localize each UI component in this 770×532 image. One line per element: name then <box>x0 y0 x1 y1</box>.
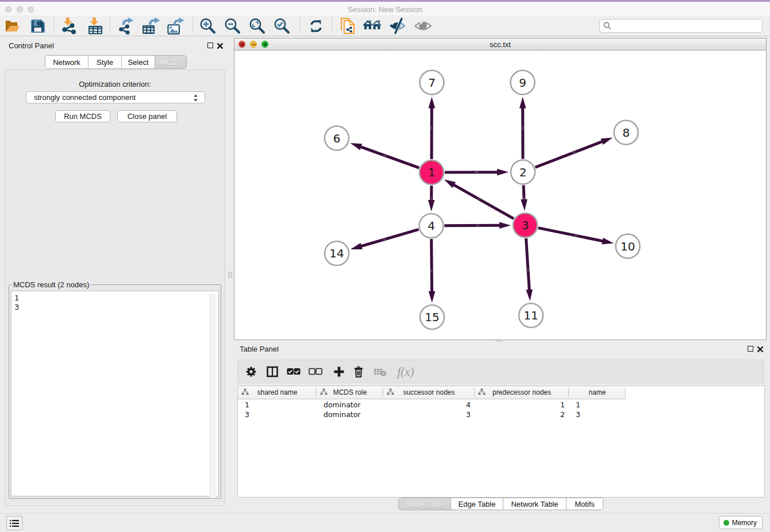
search-field[interactable] <box>599 19 763 33</box>
node-label-1: 1 <box>428 165 436 179</box>
table-row[interactable]: 1dominator411 <box>238 400 764 410</box>
toolbar-separator <box>192 17 193 34</box>
tab-mcds[interactable]: MCDS <box>155 56 186 68</box>
edge-3-10[interactable] <box>538 228 604 241</box>
edge-arrowhead <box>600 137 613 145</box>
tab-network-table[interactable]: Network Table <box>503 498 566 510</box>
column-header-MCDS-role[interactable]: MCDS role <box>317 386 383 399</box>
delete-table-button[interactable] <box>372 363 389 380</box>
toolbar-separator <box>332 17 332 34</box>
zoom-selected-button[interactable] <box>272 17 291 35</box>
export-table-button[interactable] <box>141 17 160 35</box>
hide-selected-button[interactable] <box>387 17 407 35</box>
network-view-window: scc.txt 7968124314101511 <box>234 38 767 340</box>
zoom-selected-icon <box>273 17 290 34</box>
table-cell[interactable]: dominator <box>324 400 383 409</box>
node-table: shared nameMCDS rolesuccessor nodesprede… <box>237 385 765 498</box>
table-cell[interactable]: 4 <box>383 400 471 409</box>
edge-1-6[interactable] <box>360 147 419 168</box>
column-header-shared-name[interactable]: shared name <box>238 386 317 399</box>
delete-column-button[interactable] <box>350 363 367 380</box>
table-cell[interactable]: 3 <box>383 410 471 419</box>
table-panel-float-icon[interactable] <box>748 346 753 352</box>
function-builder-button[interactable]: f(x) <box>393 363 418 380</box>
tab-network[interactable]: Network <box>45 56 88 68</box>
tab-style[interactable]: Style <box>88 56 121 68</box>
select-all-button[interactable] <box>285 363 302 380</box>
edge-arrowhead <box>497 169 509 176</box>
memory-status-icon <box>723 520 729 526</box>
control-panel-float-icon[interactable] <box>207 43 213 48</box>
table-cell[interactable]: 3 <box>576 410 626 419</box>
tab-select[interactable]: Select <box>121 56 155 68</box>
table-panel-tabs: Node TableEdge TableNetwork TableMotifs <box>398 498 603 510</box>
network-canvas[interactable]: 7968124314101511 <box>234 51 766 340</box>
edge-2-8[interactable] <box>535 141 603 167</box>
network-window-titlebar[interactable]: scc.txt <box>234 38 766 51</box>
open-session-button[interactable] <box>3 17 22 35</box>
network-graph: 7968124314101511 <box>234 51 766 340</box>
status-bar: Memory <box>0 513 770 532</box>
first-neighbors-button[interactable] <box>363 17 382 35</box>
show-all-button[interactable] <box>413 17 433 35</box>
mcds-result-line: 3 <box>14 303 218 312</box>
tab-motifs[interactable]: Motifs <box>566 498 603 510</box>
control-panel-title: Control Panel <box>9 41 54 50</box>
fx-icon: f(x) <box>397 365 414 379</box>
checked-boxes-icon <box>287 368 301 376</box>
save-session-button[interactable] <box>28 17 48 35</box>
export-image-icon <box>165 17 185 34</box>
table-cell[interactable]: 3 <box>245 410 317 419</box>
import-table-button[interactable] <box>86 17 105 35</box>
run-mcds-button[interactable]: Run MCDS <box>55 110 110 122</box>
table-panel-close-icon[interactable] <box>757 346 764 353</box>
edge-4-15[interactable] <box>432 239 432 292</box>
optimization-criterion-label: Optimization criterion: <box>5 80 225 88</box>
hierarchy-icon <box>387 388 394 395</box>
deselect-all-button[interactable] <box>307 363 324 380</box>
edge-arrowhead <box>521 199 528 211</box>
column-header-successor-nodes[interactable]: successor nodes <box>383 386 475 399</box>
table-cell[interactable]: 1 <box>475 400 565 409</box>
apply-layout-button[interactable] <box>306 17 326 35</box>
clone-network-button[interactable] <box>338 17 358 35</box>
tab-edge-table[interactable]: Edge Table <box>451 498 503 510</box>
zoom-in-button[interactable] <box>198 17 217 35</box>
add-column-button[interactable] <box>330 363 348 380</box>
edge-4-3[interactable] <box>444 225 500 226</box>
table-cell[interactable]: 1 <box>245 400 317 409</box>
table-settings-button[interactable] <box>242 363 260 380</box>
import-network-button[interactable] <box>60 17 80 35</box>
split-columns-icon <box>266 365 279 378</box>
table-cell[interactable]: 1 <box>576 400 626 409</box>
export-network-button[interactable] <box>116 17 136 35</box>
zoom-fit-button[interactable] <box>247 17 267 35</box>
tab-node-table[interactable]: Node Table <box>399 498 451 510</box>
table-cell[interactable]: 2 <box>475 410 565 419</box>
toolbar-separator <box>110 17 110 34</box>
export-image-button[interactable] <box>165 17 185 35</box>
hierarchy-icon <box>241 388 249 395</box>
table-cell[interactable]: dominator <box>324 410 383 419</box>
edge-3-11[interactable] <box>526 238 529 291</box>
split-columns-button[interactable] <box>264 363 281 380</box>
table-toolbar: f(x) <box>237 360 764 383</box>
close-panel-button[interactable]: Close panel <box>117 110 177 122</box>
result-scrollbar[interactable] <box>210 294 216 498</box>
edge-3-1[interactable] <box>453 184 514 219</box>
clone-network-icon <box>341 18 356 34</box>
optimization-criterion-select[interactable]: strongly connected component <box>26 91 205 103</box>
task-history-button[interactable] <box>6 516 22 530</box>
optimization-criterion-value: strongly connected component <box>34 93 136 102</box>
search-input[interactable] <box>614 22 762 30</box>
zoom-out-button[interactable] <box>222 17 242 35</box>
control-panel-close-icon[interactable] <box>217 43 224 49</box>
mcds-panel: Optimization criterion: strongly connect… <box>5 70 225 506</box>
table-row[interactable]: 3dominator323 <box>238 410 764 419</box>
mcds-result-text[interactable]: 13 <box>11 291 219 496</box>
column-header-name[interactable]: name <box>569 386 626 399</box>
vertical-splitter-grip[interactable] <box>228 272 232 278</box>
memory-button[interactable]: Memory <box>719 516 763 529</box>
edge-4-14[interactable] <box>360 229 418 246</box>
column-header-predecessor-nodes[interactable]: predecessor nodes <box>475 386 569 399</box>
